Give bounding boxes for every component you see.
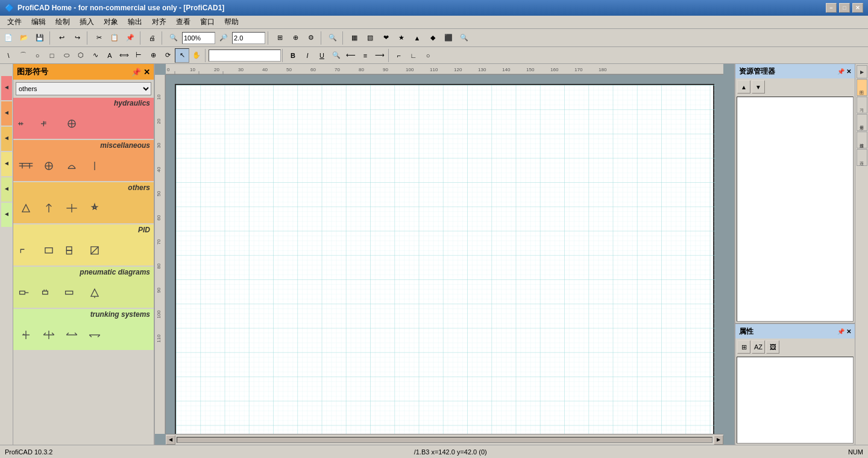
sym-pid-3[interactable] bbox=[63, 241, 81, 259]
far-right-btn-6[interactable]: 连 bbox=[857, 149, 867, 166]
cut-button[interactable]: ✂ bbox=[92, 31, 106, 45]
resource-nav-down[interactable]: ▼ bbox=[752, 80, 765, 94]
menu-object[interactable]: 对象 bbox=[99, 16, 123, 28]
menu-help[interactable]: 帮助 bbox=[219, 16, 244, 28]
save-button[interactable]: 💾 bbox=[33, 31, 47, 45]
pin-props-icon[interactable]: 📌 bbox=[837, 328, 844, 335]
pin-icon[interactable]: 📌 bbox=[131, 68, 141, 77]
align-center[interactable]: ≡ bbox=[358, 48, 373, 63]
resource-nav-up[interactable]: ▲ bbox=[737, 80, 750, 94]
menu-edit[interactable]: 编辑 bbox=[27, 16, 51, 28]
minimize-button[interactable]: − bbox=[826, 3, 837, 13]
far-right-btn-2[interactable]: 图 bbox=[857, 79, 867, 96]
open-button[interactable]: 📂 bbox=[17, 31, 31, 45]
sym-misc-1[interactable] bbox=[17, 157, 35, 175]
far-left-item-6[interactable]: ▶ bbox=[1, 203, 12, 227]
component-button[interactable]: ⚙ bbox=[304, 31, 318, 45]
menu-file[interactable]: 文件 bbox=[2, 16, 27, 28]
zoom-in-button[interactable]: 🔍 bbox=[166, 31, 181, 45]
tb-b4[interactable]: ★ bbox=[394, 31, 409, 45]
scroll-right[interactable]: ▶ bbox=[714, 435, 723, 445]
category-dropdown[interactable]: others hydraulics miscellaneous PID pneu… bbox=[16, 82, 151, 95]
sym-pneu-3[interactable] bbox=[63, 284, 81, 302]
canvas-viewport[interactable] bbox=[166, 75, 723, 434]
tb-b5[interactable]: ▲ bbox=[410, 31, 424, 45]
sym-trunk-4[interactable] bbox=[86, 326, 104, 344]
far-left-item-5[interactable]: ▶ bbox=[1, 177, 12, 202]
draw-dim2[interactable]: ⊢ bbox=[131, 48, 146, 63]
far-left-item-3[interactable]: ▶ bbox=[1, 127, 12, 151]
close-resource-icon[interactable]: ✕ bbox=[846, 68, 851, 75]
far-left-item-2[interactable]: ▶ bbox=[1, 101, 12, 126]
menu-draw[interactable]: 绘制 bbox=[51, 16, 75, 28]
draw-circle[interactable]: ○ bbox=[30, 48, 45, 63]
canvas-area[interactable]: 0 10 20 30 40 50 60 70 80 90 100 110 120… bbox=[155, 64, 734, 445]
wire-btn[interactable]: ⌐ bbox=[392, 48, 406, 63]
hand-tool[interactable]: ✋ bbox=[189, 48, 204, 63]
scroll-left[interactable]: ◀ bbox=[166, 435, 175, 445]
resource-list[interactable] bbox=[737, 97, 854, 322]
far-left-item-4[interactable]: ▶ bbox=[1, 152, 12, 176]
draw-line[interactable]: \ bbox=[1, 48, 16, 63]
draw-special2[interactable]: ⟳ bbox=[160, 48, 175, 63]
props-btn-2[interactable]: AZ bbox=[752, 340, 765, 354]
sym-trunk-3[interactable] bbox=[63, 326, 81, 344]
tb-b8[interactable]: 🔍 bbox=[457, 31, 471, 45]
undo-button[interactable]: ↩ bbox=[54, 31, 69, 45]
menu-align[interactable]: 对齐 bbox=[147, 16, 171, 28]
props-btn-3[interactable]: 🖼 bbox=[766, 340, 779, 354]
zoom-out-button[interactable]: 🔎 bbox=[216, 31, 231, 45]
draw-special1[interactable]: ⊕ bbox=[146, 48, 160, 63]
tb-b6[interactable]: ◆ bbox=[426, 31, 440, 45]
align-right[interactable]: ⟶ bbox=[373, 48, 387, 63]
sym-trunk-1[interactable] bbox=[17, 326, 35, 344]
zoom-input[interactable]: 100% bbox=[182, 32, 215, 44]
sym-others-1[interactable] bbox=[17, 199, 35, 217]
sym-hydraulic-2[interactable] bbox=[40, 115, 58, 133]
close-symbol-panel[interactable]: ✕ bbox=[143, 68, 150, 77]
select-tool[interactable]: ↖ bbox=[175, 48, 189, 63]
tb-b3[interactable]: ❤ bbox=[379, 31, 393, 45]
align-left[interactable]: ⟵ bbox=[344, 48, 358, 63]
print-button[interactable]: 🖨 bbox=[145, 31, 159, 45]
menu-view[interactable]: 查看 bbox=[171, 16, 195, 28]
underline-button[interactable]: U bbox=[315, 48, 329, 63]
draw-ellipse[interactable]: ⬭ bbox=[59, 48, 74, 63]
italic-button[interactable]: I bbox=[300, 48, 315, 63]
tb-b2[interactable]: ▧ bbox=[363, 31, 377, 45]
tb-b1[interactable]: ▦ bbox=[347, 31, 362, 45]
far-left-item-1[interactable]: ▶ bbox=[1, 76, 12, 100]
bold-button[interactable]: B bbox=[286, 48, 300, 63]
copy-button[interactable]: 📋 bbox=[107, 31, 122, 45]
draw-bezier[interactable]: ∿ bbox=[88, 48, 102, 63]
far-right-btn-5[interactable]: 连接 bbox=[857, 132, 867, 148]
draw-arc[interactable]: ⌒ bbox=[16, 48, 30, 63]
sym-pneu-2[interactable] bbox=[40, 284, 58, 302]
menu-window[interactable]: 窗口 bbox=[195, 16, 219, 28]
menu-insert[interactable]: 插入 bbox=[75, 16, 99, 28]
props-btn-1[interactable]: ⊞ bbox=[737, 340, 750, 354]
sym-pneu-4[interactable] bbox=[86, 284, 104, 302]
maximize-button[interactable]: □ bbox=[839, 3, 850, 13]
close-button[interactable]: ✕ bbox=[852, 3, 863, 13]
titlebar-controls[interactable]: − □ ✕ bbox=[826, 3, 863, 13]
redo-button[interactable]: ↪ bbox=[70, 31, 84, 45]
draw-text[interactable]: A bbox=[102, 48, 117, 63]
wire-btn2[interactable]: ∟ bbox=[406, 48, 421, 63]
horizontal-scrollbar[interactable]: ◀ ▶ bbox=[166, 434, 723, 445]
draw-poly[interactable]: ⬡ bbox=[74, 48, 88, 63]
new-button[interactable]: 📄 bbox=[1, 31, 16, 45]
drawing-canvas[interactable] bbox=[175, 84, 714, 434]
paste-button[interactable]: 📌 bbox=[123, 31, 137, 45]
sym-pneu-1[interactable] bbox=[17, 284, 35, 302]
sym-pid-1[interactable] bbox=[17, 241, 35, 259]
search-button[interactable]: 🔍 bbox=[326, 31, 340, 45]
sym-others-3[interactable] bbox=[63, 199, 81, 217]
draw-dim[interactable]: ⟺ bbox=[117, 48, 131, 63]
draw-text-input[interactable] bbox=[209, 49, 281, 62]
far-right-btn-3[interactable]: 习 bbox=[857, 97, 867, 113]
pin-resource-icon[interactable]: 📌 bbox=[837, 68, 844, 75]
far-right-btn-1[interactable]: ▶ bbox=[857, 65, 867, 78]
sym-others-2[interactable] bbox=[40, 199, 58, 217]
draw-rect[interactable]: □ bbox=[45, 48, 59, 63]
